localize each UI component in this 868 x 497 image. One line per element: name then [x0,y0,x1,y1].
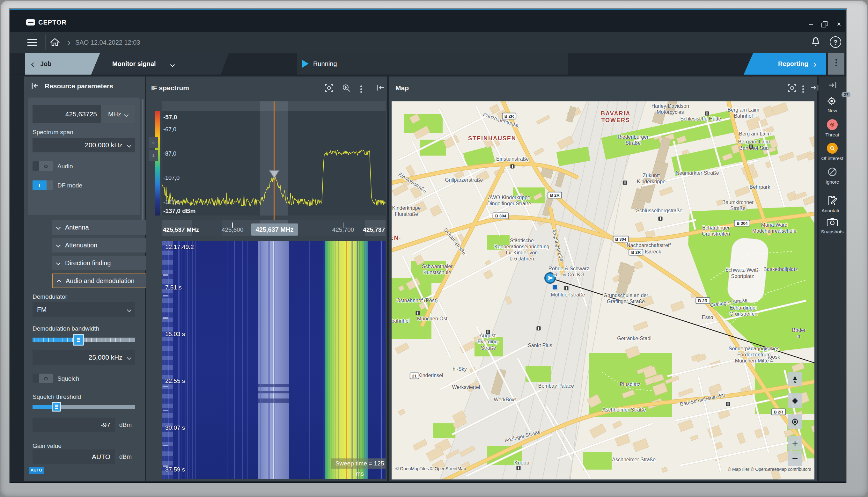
spectrum-span-label: Spectrum span [32,129,73,136]
tune-marker-triangle[interactable] [269,170,280,179]
snapshot-icon[interactable] [325,84,333,93]
status-running: Running [297,53,568,75]
collapse-sidebar-icon[interactable] [828,82,837,89]
threat-icon [827,119,838,130]
snapshots-button[interactable]: Snapshots [819,217,846,234]
waterfall-center-line [273,241,274,479]
new-target-icon [827,95,838,106]
map-label: Kinderinsel [418,372,443,379]
waterfall-streak [309,241,310,479]
waterfall-display: 12:17:49.2 7.51 s 15.03 s 22.55 s 30.07 … [162,241,385,479]
zoom-in-button[interactable]: + [788,436,802,451]
y-axis-label: -127,0 [163,199,180,205]
reporting-button[interactable]: Reporting [744,53,826,75]
layer-toggle-2[interactable]: 1 [148,150,158,161]
close-button[interactable]: × [833,18,845,31]
zoom-out-button[interactable]: − [788,451,802,466]
map-label: Riedenburger Straße [618,134,649,146]
transit-station-icon [658,216,663,221]
zoom-tool-icon[interactable] [342,84,351,93]
breadcrumb[interactable]: SAO 12.04.2022 12:03 [75,39,140,46]
gain-value-label: Gain value [32,442,61,450]
waterfall-streak [359,241,360,479]
slider-handle[interactable] [52,402,61,412]
demodulator-dropdown[interactable]: FM [32,302,135,317]
compass-button[interactable]: ▲ N [788,372,802,386]
center-frequency-box[interactable]: 425,637 MHz [251,224,298,236]
demod-bandwidth-slider[interactable] [32,333,135,346]
threat-button[interactable]: Threat [819,119,846,138]
map-label: Zukunft Kinderkrippe [637,172,666,185]
map-label: Berg am Laim [739,131,771,137]
squelch-threshold-slider[interactable] [32,401,135,413]
map-label: Behrpark [749,184,770,190]
ignore-button[interactable]: Ignore [819,167,846,185]
map-label: Schlüsselbergstraße [636,208,682,214]
annotations-button[interactable]: Annotati... [819,195,846,213]
collapse-left-icon[interactable] [31,82,40,89]
demod-bandwidth-dropdown[interactable]: 25,000 kHz [32,350,135,365]
auto-badge: AUTO [29,467,44,474]
layer-toggle-1[interactable]: ○ [148,137,158,148]
x-axis-label-start: 425,537 MHz [163,226,199,233]
spectrum-span-dropdown[interactable]: 200,000 kHz [32,138,135,152]
new-signals-button[interactable]: 27 New [819,95,846,113]
help-icon[interactable]: ? [830,36,841,48]
waterfall-streak [189,241,190,479]
squelch-threshold-unit: dBm [119,422,132,428]
new-count-badge: 27 [841,92,851,97]
gain-value-input[interactable]: AUTO [32,450,115,464]
toggle-knob [46,181,53,190]
waterfall-time-label: 22.55 s [165,378,185,384]
transit-station-icon [511,164,515,168]
expand-panel-icon[interactable] [811,84,819,91]
toggle-face: O [39,374,53,383]
map[interactable]: STEINHAUSENBAVARIA TOWERSEN-Härley-David… [392,101,814,480]
map-label: Basketballplatz [764,266,798,272]
annotations-icon [827,195,837,206]
squelch-toggle[interactable]: O [32,374,53,383]
of-interest-icon [827,143,838,154]
demod-bandwidth-label: Demodulation bandwidth [32,325,99,332]
squelch-threshold-input[interactable]: -97 [32,417,115,432]
of-interest-button[interactable]: Of interest [819,143,846,161]
back-tab-job[interactable]: Job [25,53,100,75]
amplitude-colorscale [155,111,160,215]
collapse-panel-icon[interactable] [376,84,385,91]
panel-scrollbar[interactable] [142,99,143,220]
waterfall-streak [274,241,274,479]
tab-monitor-signal[interactable]: Monitor signal [92,53,229,75]
snapshot-icon[interactable] [788,84,797,93]
map-label: Sonderpädagogisches Förderzentrum Münche… [729,345,779,364]
x-axis-label: 425,600 [222,226,244,233]
map-label: Bäder a [791,327,807,339]
frequency-ruler[interactable]: 425,537 MHz 425,600 425,637 MHz 425,700 … [162,220,385,236]
df-mode-toggle[interactable]: I [32,181,53,190]
waterfall-streak [234,241,235,479]
restore-button[interactable] [819,18,831,31]
frequency-unit-dropdown[interactable]: MHz [101,105,135,123]
home-icon[interactable] [50,37,60,47]
transit-station-icon [516,466,521,470]
panel-kebab-icon[interactable] [360,84,362,94]
center-position-button[interactable]: ◆ [788,393,802,408]
map-label: Berg am Laim Bahnhof Süd [738,139,770,151]
tune-marker-line[interactable] [274,101,274,227]
map-label: Rohde & Schwarz G... & Co. KG [549,266,589,278]
menu-icon[interactable] [27,39,37,46]
chevron-down-icon [56,261,61,265]
audio-toggle[interactable]: O [32,161,53,171]
x-axis-label-end: 425,737 [363,226,385,233]
follow-target-button[interactable] [788,414,802,429]
toolbar-kebab-button[interactable] [828,53,844,75]
chevron-up-icon [57,280,61,284]
slider-handle[interactable] [73,334,84,345]
y-axis-label: -87,0 [163,151,176,157]
map-label: Aschheimer Straße [602,407,646,413]
panel-kebab-icon[interactable] [802,84,804,94]
minimize-button[interactable]: – [805,18,817,31]
transit-station-icon [416,311,420,315]
map-label: Ostbahnhof [392,318,410,324]
notifications-bell-icon[interactable] [810,36,822,48]
frequency-input[interactable]: 425,63725 [32,105,101,123]
